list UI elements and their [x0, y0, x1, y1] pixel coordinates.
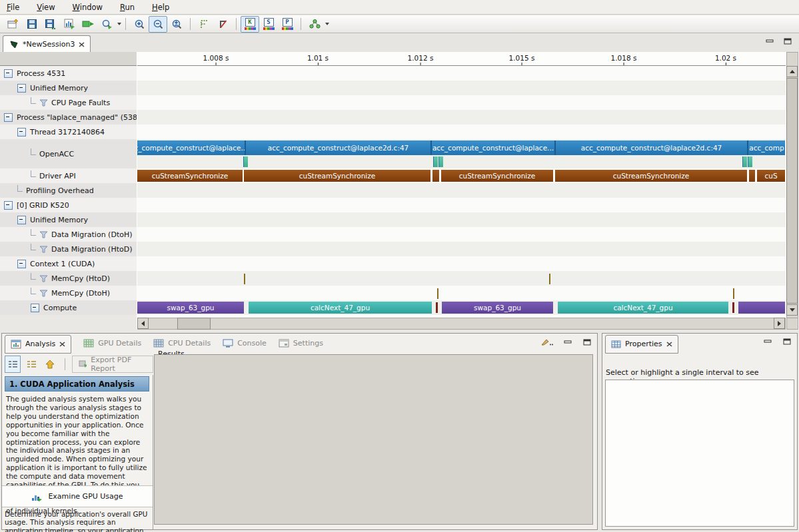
openacc-launch-marker[interactable] [243, 156, 248, 167]
openacc-launch-marker[interactable] [438, 156, 443, 167]
process-mode-button[interactable]: P [278, 16, 297, 33]
menu-run[interactable]: Run [120, 3, 135, 12]
driver-api-interval[interactable]: cuStreamSynchronize [441, 170, 553, 182]
tree-row-driver-api[interactable]: Driver API [0, 168, 137, 183]
run-session-button[interactable] [79, 16, 97, 33]
tab-settings[interactable]: Settings [279, 339, 323, 348]
tab-analysis[interactable]: Analysis [5, 335, 71, 354]
minimize-icon[interactable] [764, 338, 772, 345]
tree-row-process-laplace[interactable]: Process "laplace_managed" (538) [0, 110, 137, 125]
collapse-icon[interactable] [31, 304, 39, 312]
vertical-scroll-thumb[interactable] [786, 78, 798, 304]
tree-row-context-1[interactable]: Context 1 (CUDA) [0, 256, 137, 271]
collapse-icon[interactable] [4, 201, 13, 210]
memcpy-dtoh-interval[interactable] [437, 288, 438, 299]
memcpy-htod-interval[interactable] [549, 274, 550, 284]
tab-gpu-details[interactable]: GPU Details [83, 339, 141, 348]
tree-row-grid-k520[interactable]: [0] GRID K520 [0, 198, 137, 212]
menu-help[interactable]: Help [152, 3, 169, 12]
tree-row-unified-memory-gpu[interactable]: Unified Memory [0, 212, 137, 227]
maximize-icon[interactable] [784, 38, 792, 45]
minimize-icon[interactable] [564, 339, 572, 346]
clear-marks-button[interactable] [213, 16, 232, 33]
collapse-icon[interactable] [4, 113, 13, 122]
back-up-button[interactable] [42, 356, 58, 373]
guided-analysis-button[interactable] [5, 356, 21, 373]
collapse-icon[interactable] [17, 260, 26, 268]
maximize-icon[interactable] [783, 338, 792, 345]
tree-row-process-4531[interactable]: Process 4531 [0, 66, 137, 81]
kernel-interval-swap[interactable] [738, 302, 785, 314]
tree-row-openacc[interactable]: OpenACC [0, 139, 137, 168]
kernel-mode-button[interactable]: K [241, 16, 259, 33]
analyze-button[interactable] [97, 16, 116, 33]
zoom-out-button[interactable] [149, 16, 167, 33]
scroll-right-button[interactable] [774, 318, 785, 329]
tab-console[interactable]: Console [223, 339, 267, 348]
tab-close-icon[interactable] [666, 342, 672, 347]
memcpy-dtoh-interval[interactable] [733, 288, 734, 299]
collapse-icon[interactable] [17, 84, 26, 93]
kernel-tick[interactable] [732, 302, 734, 313]
menu-view[interactable]: View [37, 3, 55, 12]
openacc-interval[interactable]: c_compute_construct@laplace... [137, 140, 245, 155]
openacc-interval[interactable]: acc_compute_construct@laplace... [430, 140, 554, 155]
report-button[interactable] [60, 16, 79, 33]
save-all-button[interactable] [41, 16, 60, 33]
mark-range-button[interactable] [195, 16, 213, 33]
tree-row-compute[interactable]: Compute [0, 300, 137, 315]
kernel-tick[interactable] [436, 302, 438, 313]
horizontal-scroll-thumb[interactable] [177, 318, 211, 330]
analyze-dropdown-caret[interactable] [117, 23, 121, 25]
kernel-interval-calcnext[interactable]: calcNext_47_gpu [249, 302, 432, 314]
driver-api-interval[interactable] [749, 170, 755, 182]
tree-row-profiling-overhead[interactable]: Profiling Overhead [0, 183, 137, 198]
save-button[interactable] [23, 16, 41, 33]
openacc-launch-marker[interactable] [748, 156, 752, 167]
zoom-fit-button[interactable] [167, 16, 186, 33]
tree-row-memcpy-dtoh[interactable]: MemCpy (DtoH) [0, 286, 137, 300]
tab-cpu-details[interactable]: CPU Details [153, 339, 211, 348]
call-tree-button[interactable] [305, 16, 324, 33]
zoom-in-button[interactable] [130, 16, 149, 33]
scroll-down-button[interactable] [786, 304, 798, 316]
view-menu-icon[interactable] [541, 338, 553, 346]
tab-close-icon[interactable] [79, 42, 85, 47]
openacc-interval[interactable]: acc_compute_construct@laplace2d.c:47 [554, 140, 747, 155]
export-pdf-button[interactable]: Export PDF Report [72, 356, 153, 373]
openacc-interval[interactable]: acc_comp [747, 140, 785, 155]
tab-properties[interactable]: Properties [605, 335, 678, 354]
menu-window[interactable]: Window [73, 3, 103, 12]
timeline-ruler[interactable]: 1.008 s 1.01 s 1.012 s 1.015 s 1.018 s 1… [137, 52, 786, 66]
collapse-icon[interactable] [17, 128, 26, 136]
openacc-interval[interactable]: acc_compute_construct@laplace2d.c:47 [245, 140, 430, 155]
tab-close-icon[interactable] [59, 342, 65, 347]
menu-file[interactable]: File [7, 3, 19, 12]
collapse-icon[interactable] [17, 216, 26, 224]
horizontal-scrollbar[interactable] [137, 318, 786, 330]
scroll-up-button[interactable] [786, 66, 798, 77]
maximize-icon[interactable] [583, 339, 592, 346]
driver-api-interval[interactable]: cuStreamSynchronize [244, 170, 430, 182]
tree-row-data-migration-htod[interactable]: Data Migration (HtoD) [0, 242, 137, 256]
kernel-interval-swap[interactable]: swap_63_gpu [137, 302, 244, 314]
scroll-left-button[interactable] [137, 318, 149, 329]
openacc-launch-marker[interactable] [433, 156, 438, 167]
memcpy-htod-interval[interactable] [244, 274, 245, 284]
kernel-interval-calcnext[interactable]: calcNext_47_gpu [558, 302, 728, 314]
unguided-analysis-button[interactable] [23, 356, 39, 373]
new-session-button[interactable] [4, 16, 23, 33]
tree-row-memcpy-htod[interactable]: MemCpy (HtoD) [0, 271, 137, 286]
driver-api-interval[interactable]: cuS [757, 170, 785, 182]
stream-mode-button[interactable]: S [259, 16, 278, 33]
minimize-icon[interactable] [766, 38, 774, 45]
examine-gpu-usage-button[interactable]: Examine GPU Usage [2, 485, 153, 507]
driver-api-interval[interactable] [432, 170, 439, 182]
tree-row-unified-memory[interactable]: Unified Memory [0, 81, 137, 95]
collapse-icon[interactable] [4, 69, 13, 78]
kernel-interval-swap[interactable]: swap_63_gpu [442, 302, 553, 314]
call-tree-dropdown-caret[interactable] [325, 23, 329, 25]
driver-api-interval[interactable]: cuStreamSynchronize [555, 170, 747, 182]
session-tab[interactable]: *NewSession3 [3, 35, 91, 53]
tree-row-cpu-page-faults[interactable]: CPU Page Faults [0, 95, 137, 110]
